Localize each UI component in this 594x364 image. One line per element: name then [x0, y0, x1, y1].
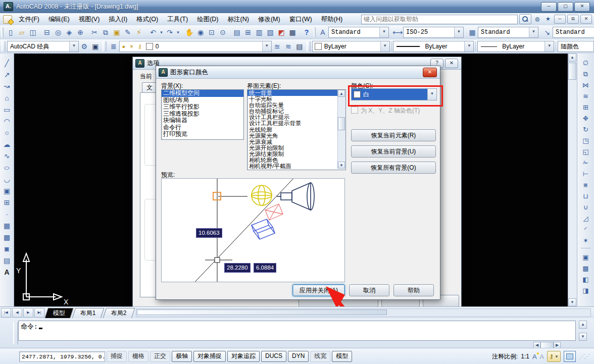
- command-input[interactable]: 命令:: [18, 321, 576, 341]
- color-control-combo[interactable]: ByLayer ▼: [312, 41, 390, 52]
- layer-on-off-icon[interactable]: ●: [120, 41, 128, 52]
- menu-tools[interactable]: 工具(T): [163, 14, 192, 24]
- toggle-lineweight[interactable]: 线宽: [310, 351, 330, 362]
- draworder-under-icon[interactable]: ◨: [580, 285, 591, 296]
- list-item[interactable]: 命令行: [162, 124, 243, 131]
- open-file-icon[interactable]: ▱: [16, 27, 27, 38]
- layer-previous-icon[interactable]: ≋: [283, 41, 294, 52]
- trim-icon[interactable]: ✁: [580, 158, 591, 169]
- break-at-point-icon[interactable]: ⋇: [580, 180, 591, 191]
- undo-icon[interactable]: ↶: [147, 27, 159, 38]
- make-block-icon[interactable]: ⊞: [2, 197, 13, 209]
- chevron-down-icon[interactable]: ▼: [544, 41, 554, 51]
- scroll-down-icon[interactable]: ▼: [568, 298, 576, 306]
- extend-icon[interactable]: ⊢: [580, 169, 591, 180]
- draworder-back-icon[interactable]: ▩: [580, 263, 591, 274]
- options-files-tab[interactable]: 文: [142, 82, 157, 93]
- list-item[interactable]: 块编辑器: [162, 117, 243, 124]
- list-item[interactable]: 图纸/布局: [162, 97, 243, 104]
- menu-edit[interactable]: 编辑(E): [44, 14, 74, 24]
- paste-icon[interactable]: ▣: [111, 27, 122, 38]
- favorites-icon[interactable]: ★: [543, 15, 553, 24]
- list-item[interactable]: 光源开始限制: [247, 145, 338, 151]
- list-item[interactable]: 相机视野/平截面: [247, 163, 338, 169]
- polygon-icon[interactable]: ⌂: [2, 92, 13, 104]
- element-list-scrollbar[interactable]: ▲ ▼: [337, 90, 345, 169]
- block-editor-icon[interactable]: ⚡: [133, 27, 144, 38]
- list-item[interactable]: 光线轮廓: [247, 127, 338, 133]
- table-style-combo[interactable]: Standard ▼: [478, 27, 538, 38]
- move-icon[interactable]: ✥: [580, 113, 591, 124]
- close-icon[interactable]: ✕: [423, 68, 437, 77]
- explode-icon[interactable]: ✶: [580, 235, 591, 246]
- annotation-scale-value[interactable]: 1:1: [521, 353, 529, 360]
- tab-nav-last-icon[interactable]: ▶|: [34, 308, 44, 318]
- plot-icon[interactable]: ⊟: [41, 27, 53, 38]
- text-style-icon[interactable]: A: [317, 27, 328, 38]
- cancel-button[interactable]: 取消: [349, 284, 389, 296]
- region-icon[interactable]: ◙: [2, 243, 13, 255]
- apply-and-close-button[interactable]: 应用并关闭(A): [292, 284, 345, 296]
- scroll-down-icon[interactable]: ▼: [579, 333, 587, 341]
- search-icon[interactable]: [519, 14, 531, 24]
- cut-icon[interactable]: ✂: [89, 27, 100, 38]
- scale-icon[interactable]: ◳: [580, 135, 591, 146]
- properties-icon[interactable]: ▤: [231, 27, 242, 38]
- stretch-icon[interactable]: ◱: [580, 146, 591, 158]
- chevron-down-icon[interactable]: ▼: [69, 41, 78, 51]
- tool-palettes-icon[interactable]: ▥: [254, 27, 265, 38]
- redo-icon[interactable]: ↷: [164, 27, 175, 38]
- gradient-icon[interactable]: ▩: [2, 232, 13, 243]
- help-search-input[interactable]: [361, 15, 518, 24]
- restore-context-button[interactable]: 恢复当前背景(U): [351, 145, 436, 158]
- toggle-dyn[interactable]: DYN: [288, 351, 309, 362]
- dim-style-icon[interactable]: ⟷: [392, 27, 403, 38]
- zoom-window-icon[interactable]: ⊡: [206, 27, 217, 38]
- menu-insert[interactable]: 插入(I): [104, 14, 132, 24]
- arc-icon[interactable]: ◠: [2, 116, 13, 127]
- mdi-close-button[interactable]: ✕: [580, 15, 592, 24]
- toggle-otrack[interactable]: 对象追踪: [227, 351, 260, 362]
- chevron-down-icon[interactable]: ▼: [379, 27, 388, 37]
- mdi-restore-button[interactable]: ⧉: [567, 15, 579, 24]
- line-icon[interactable]: ╱: [2, 58, 13, 69]
- zoom-previous-icon[interactable]: ⊙: [217, 27, 228, 38]
- menu-help[interactable]: 帮助(H): [317, 14, 347, 24]
- table-icon[interactable]: ▤: [2, 255, 13, 267]
- join-icon[interactable]: ∪: [580, 202, 591, 213]
- toggle-ducs[interactable]: DUCS: [261, 351, 286, 362]
- chevron-down-icon[interactable]: ▼: [529, 27, 538, 37]
- offset-icon[interactable]: ≋: [580, 91, 591, 102]
- tint-checkbox[interactable]: [351, 107, 358, 114]
- restore-all-button[interactable]: 恢复所有背景(O): [351, 162, 436, 174]
- publish-icon[interactable]: ◈: [64, 27, 75, 38]
- menu-modify[interactable]: 修改(M): [254, 14, 285, 24]
- chevron-down-icon[interactable]: ▼: [427, 89, 436, 100]
- command-scrollbar[interactable]: ▲ ▼: [579, 321, 587, 341]
- plot-preview-icon[interactable]: ◎: [53, 27, 64, 38]
- revision-cloud-icon[interactable]: ☁: [2, 139, 13, 150]
- match-properties-icon[interactable]: ✎: [122, 27, 133, 38]
- maximize-button[interactable]: ▢: [558, 2, 573, 12]
- list-item[interactable]: 自动追踪矢量: [247, 102, 338, 108]
- construction-line-icon[interactable]: ↗: [2, 69, 13, 81]
- menu-format[interactable]: 格式(O): [132, 14, 163, 24]
- ellipse-icon[interactable]: ○: [4, 162, 10, 173]
- designcenter-icon[interactable]: ⊞: [242, 27, 254, 38]
- layer-lock-icon[interactable]: ⚷: [136, 41, 144, 52]
- chamfer-icon[interactable]: ◿: [580, 213, 591, 224]
- list-item[interactable]: 设计工具栏提示: [247, 114, 338, 120]
- annotation-visibility-icon[interactable]: A●: [532, 353, 537, 360]
- quickcalc-icon[interactable]: ▦: [287, 27, 298, 38]
- save-workspace-icon[interactable]: ▣: [90, 41, 101, 52]
- command-window-grip[interactable]: [13, 322, 18, 344]
- make-object-layer-current-icon[interactable]: ≊: [272, 41, 283, 52]
- tab-nav-next-icon[interactable]: ▶: [23, 308, 33, 318]
- annotation-autoscale-icon[interactable]: A: [540, 353, 544, 360]
- toggle-osnap[interactable]: 对象捕捉: [193, 351, 226, 362]
- draworder-above-icon[interactable]: ◧: [580, 274, 591, 285]
- layer-combo[interactable]: ● ☀ ⚷ 0 ▼: [119, 41, 272, 52]
- pan-icon[interactable]: ✋: [184, 27, 195, 38]
- tab-nav-first-icon[interactable]: |◀: [1, 308, 11, 318]
- erase-icon[interactable]: ∅: [580, 58, 591, 69]
